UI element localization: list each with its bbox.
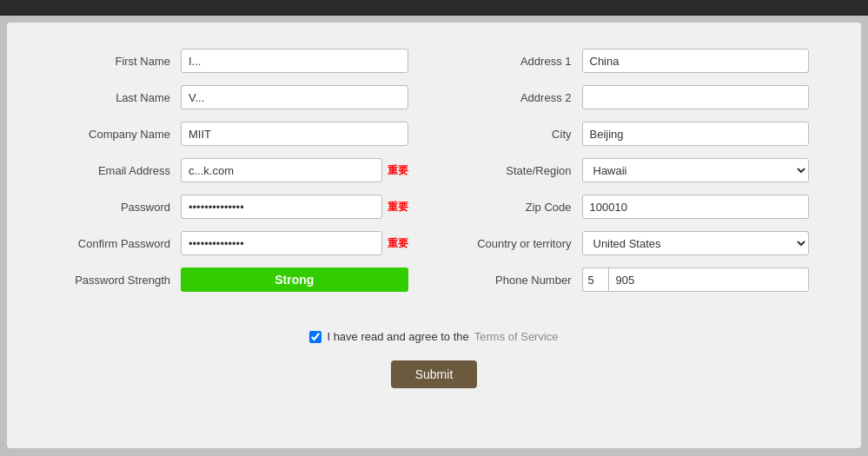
country-label: Country or territory <box>461 237 582 250</box>
phone-label: Phone Number <box>461 274 582 287</box>
state-select[interactable]: Hawaii California New York Texas Florida <box>582 158 810 182</box>
state-row: State/Region Hawaii California New York … <box>461 158 810 182</box>
address2-label: Address 2 <box>461 91 582 104</box>
password-important-tag: 重要 <box>388 200 408 215</box>
address1-label: Address 1 <box>461 55 582 68</box>
form-wrapper: First Name Last Name Company Name Email … <box>59 49 809 304</box>
zip-input[interactable] <box>582 195 810 219</box>
password-strength-label: Password Strength <box>59 274 181 287</box>
top-bar <box>0 0 868 16</box>
country-select[interactable]: United States China United Kingdom Canad… <box>582 231 810 255</box>
left-column: First Name Last Name Company Name Email … <box>59 49 408 304</box>
right-column: Address 1 Address 2 City State/Region Ha… <box>461 49 810 304</box>
confirm-password-label: Confirm Password <box>59 237 181 250</box>
submit-row: Submit <box>59 360 809 388</box>
company-name-row: Company Name <box>59 122 408 146</box>
email-label: Email Address <box>59 164 181 177</box>
page-container: First Name Last Name Company Name Email … <box>7 23 861 448</box>
company-name-input[interactable] <box>181 122 408 146</box>
confirm-important-tag: 重要 <box>388 236 408 251</box>
password-strength-bar: Strong <box>181 268 408 292</box>
city-label: City <box>461 128 582 141</box>
last-name-input[interactable] <box>181 85 408 109</box>
password-strength-row: Password Strength Strong <box>59 268 408 292</box>
address2-input[interactable] <box>582 85 810 109</box>
zip-label: Zip Code <box>461 201 582 214</box>
terms-checkbox[interactable] <box>309 331 321 343</box>
address1-row: Address 1 <box>461 49 810 73</box>
first-name-row: First Name <box>59 49 408 73</box>
city-input[interactable] <box>582 122 810 146</box>
first-name-input[interactable] <box>181 49 408 73</box>
first-name-label: First Name <box>59 55 181 68</box>
city-row: City <box>461 122 810 146</box>
phone-row: Phone Number <box>461 268 810 292</box>
confirm-password-row: Confirm Password 重要 <box>59 231 408 255</box>
state-label: State/Region <box>461 164 582 177</box>
address2-row: Address 2 <box>461 85 810 109</box>
submit-button[interactable]: Submit <box>391 360 478 388</box>
password-label: Password <box>59 201 181 214</box>
email-input-wrapper: 重要 <box>181 158 408 182</box>
confirm-password-input[interactable] <box>181 231 382 255</box>
terms-text: I have read and agree to the <box>327 330 468 343</box>
confirm-password-input-wrapper: 重要 <box>181 231 408 255</box>
email-important-tag: 重要 <box>388 163 408 178</box>
last-name-label: Last Name <box>59 91 181 104</box>
email-row: Email Address 重要 <box>59 158 408 182</box>
password-input[interactable] <box>181 195 382 219</box>
last-name-row: Last Name <box>59 85 408 109</box>
address1-input[interactable] <box>582 49 810 73</box>
terms-link[interactable]: Terms of Service <box>474 330 559 343</box>
phone-main-input[interactable] <box>608 268 810 292</box>
zip-row: Zip Code <box>461 195 810 219</box>
company-name-label: Company Name <box>59 128 181 141</box>
terms-row: I have read and agree to the Terms of Se… <box>59 330 809 343</box>
phone-prefix-input[interactable] <box>582 268 608 292</box>
email-input[interactable] <box>181 158 382 182</box>
phone-input-wrapper <box>582 268 810 292</box>
country-row: Country or territory United States China… <box>461 231 810 255</box>
password-row: Password 重要 <box>59 195 408 219</box>
password-input-wrapper: 重要 <box>181 195 408 219</box>
